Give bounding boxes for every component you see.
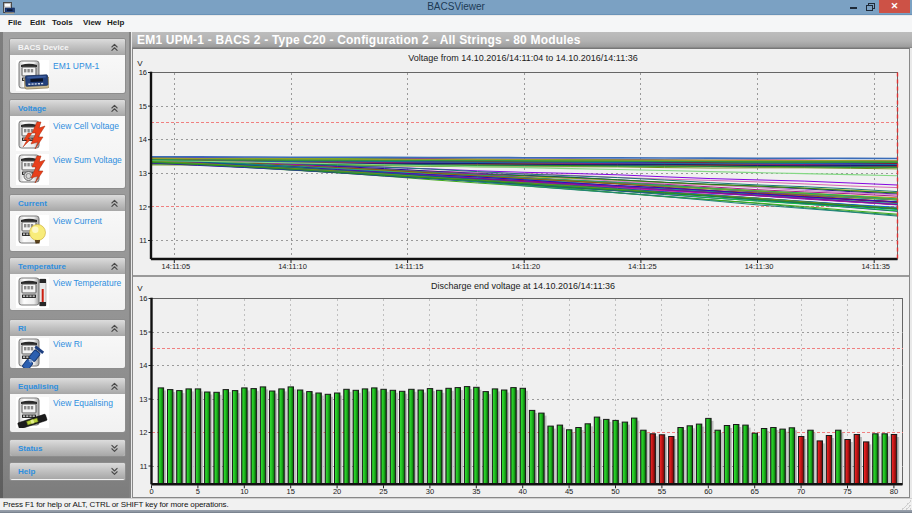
svg-text:10: 10 bbox=[240, 487, 248, 496]
svg-text:12: 12 bbox=[139, 428, 147, 437]
svg-text:12: 12 bbox=[139, 203, 147, 212]
svg-text:50: 50 bbox=[611, 487, 619, 496]
svg-text:13: 13 bbox=[139, 169, 147, 178]
svg-text:15: 15 bbox=[287, 487, 295, 496]
svg-text:30: 30 bbox=[426, 487, 434, 496]
svg-text:16: 16 bbox=[139, 68, 147, 77]
svg-text:14:11:20: 14:11:20 bbox=[511, 262, 540, 271]
svg-text:80: 80 bbox=[890, 487, 898, 496]
svg-text:11: 11 bbox=[140, 462, 148, 471]
svg-text:0: 0 bbox=[149, 487, 153, 496]
svg-text:25: 25 bbox=[379, 487, 387, 496]
svg-text:V: V bbox=[137, 59, 143, 68]
svg-text:75: 75 bbox=[843, 487, 851, 496]
svg-text:16: 16 bbox=[139, 294, 147, 303]
svg-text:70: 70 bbox=[797, 487, 805, 496]
svg-text:60: 60 bbox=[704, 487, 712, 496]
svg-text:14:11:10: 14:11:10 bbox=[278, 262, 307, 271]
svg-text:14:11:30: 14:11:30 bbox=[745, 262, 774, 271]
svg-text:15: 15 bbox=[139, 102, 147, 111]
svg-text:40: 40 bbox=[519, 487, 527, 496]
svg-text:5: 5 bbox=[196, 487, 200, 496]
svg-text:65: 65 bbox=[751, 487, 759, 496]
svg-text:14: 14 bbox=[139, 361, 147, 370]
svg-text:15: 15 bbox=[139, 328, 147, 337]
svg-text:14:11:35: 14:11:35 bbox=[861, 262, 890, 271]
svg-text:Voltage from 14.10.2016/14:11:: Voltage from 14.10.2016/14:11:04 to 14.1… bbox=[408, 53, 637, 63]
svg-text:20: 20 bbox=[333, 487, 341, 496]
svg-text:V: V bbox=[137, 284, 143, 293]
svg-text:14:11:15: 14:11:15 bbox=[395, 262, 424, 271]
svg-text:11: 11 bbox=[139, 236, 147, 245]
svg-text:Discharge end voltage at 14.10: Discharge end voltage at 14.10.2016/14:1… bbox=[431, 281, 615, 291]
svg-text:14: 14 bbox=[139, 135, 147, 144]
svg-text:14:11:25: 14:11:25 bbox=[628, 262, 657, 271]
svg-text:14:11:05: 14:11:05 bbox=[161, 262, 190, 271]
svg-text:55: 55 bbox=[658, 487, 666, 496]
svg-text:35: 35 bbox=[472, 487, 480, 496]
svg-text:45: 45 bbox=[565, 487, 573, 496]
svg-text:13: 13 bbox=[139, 395, 147, 404]
